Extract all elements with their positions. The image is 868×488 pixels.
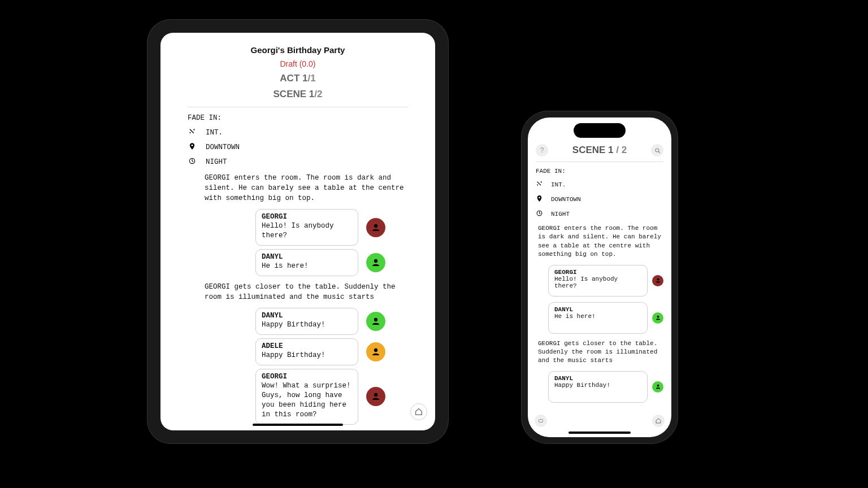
dialogue-text: He is here!	[262, 262, 352, 271]
dialogue-row[interactable]: GEORGI Hello! Is anybody there?	[255, 209, 408, 246]
clock-icon	[188, 157, 197, 167]
script-title: Georgi's Birthday Party	[188, 45, 408, 55]
help-button[interactable]: ?	[536, 144, 548, 156]
dialogue-bubble[interactable]: DANYL He is here!	[548, 302, 648, 334]
dialogue-text: Happy Birthday!	[554, 382, 641, 389]
time-value: NIGHT	[206, 158, 227, 166]
scene-time-row[interactable]: NIGHT	[188, 157, 408, 167]
action-block[interactable]: GEORGI enters the room. The room is dark…	[538, 224, 661, 259]
dynamic-island	[574, 123, 626, 138]
character-avatar[interactable]	[652, 381, 663, 393]
dialogue-bubble[interactable]: DANYL Happy Birthday!	[548, 371, 648, 403]
bottom-left-button[interactable]	[535, 415, 547, 427]
tablet-screen: Georgi's Birthday Party Draft (0.0) ACT …	[160, 33, 435, 430]
act-total: /1	[307, 73, 315, 84]
action-block[interactable]: GEORGI gets closer to the table. Suddenl…	[538, 339, 661, 365]
int-ext-value: INT.	[206, 129, 223, 137]
dialogue-text: Wow! What a surprise! Guys, how long hav…	[262, 381, 352, 420]
search-icon	[654, 147, 661, 154]
scene-location-row[interactable]: DOWNTOWN	[536, 195, 663, 204]
dialogue-bubble[interactable]: GEORGI Wow! What a surprise! Guys, how l…	[255, 369, 358, 425]
speaker-name: DANYL	[262, 312, 352, 320]
scene-location-row[interactable]: DOWNTOWN	[188, 142, 408, 152]
phone-device-frame: ? SCENE 1 / 2 FADE IN: INT. DOWNTOWN NIG…	[521, 111, 678, 444]
dialogue-row[interactable]: DANYL He is here!	[255, 249, 408, 276]
character-avatar[interactable]	[652, 312, 663, 324]
speaker-name: GEORGI	[554, 269, 641, 276]
person-icon	[371, 391, 381, 402]
dialogue-row[interactable]: DANYL Happy Birthday!	[548, 371, 663, 403]
home-indicator	[253, 424, 343, 426]
dialogue-row[interactable]: GEORGI Wow! What a surprise! Guys, how l…	[255, 369, 408, 425]
scene-int-ext-row[interactable]: INT.	[536, 180, 663, 189]
header-divider	[188, 107, 408, 107]
search-button[interactable]	[651, 144, 663, 156]
home-icon	[414, 407, 423, 416]
speaker-name: DANYL	[554, 375, 641, 382]
home-button[interactable]	[652, 415, 665, 427]
character-avatar[interactable]	[366, 253, 385, 272]
speaker-name: GEORGI	[262, 373, 352, 381]
dialogue-bubble[interactable]: DANYL Happy Birthday!	[255, 308, 358, 335]
speaker-name: DANYL	[554, 306, 641, 313]
dialogue-bubble[interactable]: GEORGI Hello! Is anybody there?	[255, 209, 358, 246]
dialogue-row[interactable]: DANYL He is here!	[548, 302, 663, 334]
person-icon	[371, 316, 381, 326]
character-avatar[interactable]	[366, 218, 385, 237]
person-icon	[371, 223, 381, 233]
fade-in-label: FADE IN:	[188, 114, 408, 122]
svg-rect-5	[539, 420, 543, 422]
dialogue-row[interactable]: DANYL Happy Birthday!	[255, 308, 408, 335]
location-value: DOWNTOWN	[206, 143, 240, 151]
action-block[interactable]: GEORGI enters the room. The room is dark…	[205, 173, 408, 203]
speaker-name: GEORGI	[262, 213, 352, 221]
person-icon	[655, 315, 661, 321]
person-icon	[655, 384, 661, 390]
speaker-name: DANYL	[262, 253, 352, 261]
dialogue-text: Happy Birthday!	[262, 351, 352, 360]
int-ext-icon	[188, 128, 197, 138]
scene-total: / 2	[614, 145, 627, 155]
layout-icon	[537, 417, 544, 424]
character-avatar[interactable]	[652, 275, 663, 286]
scene-current: SCENE 1	[274, 89, 315, 99]
action-block[interactable]: GEORGI gets closer to the table. Suddenl…	[205, 282, 408, 302]
scene-indicator[interactable]: SCENE 1/2	[188, 89, 408, 100]
dialogue-bubble[interactable]: DANYL He is here!	[255, 249, 358, 276]
clock-icon	[536, 210, 543, 219]
dialogue-bubble[interactable]: ADELE Happy Birthday!	[255, 338, 358, 365]
person-icon	[371, 258, 381, 268]
draft-label[interactable]: Draft (0.0)	[188, 59, 408, 68]
scene-current: SCENE 1	[572, 145, 614, 155]
location-pin-icon	[188, 142, 197, 152]
action-block[interactable]: After the cake, the three decide to go o…	[205, 430, 408, 431]
dialogue-text: Happy Birthday!	[262, 320, 352, 330]
dialogue-row[interactable]: GEORGI Hello! Is anybody there?	[548, 265, 663, 297]
dialogue-text: Hello! Is anybody there?	[262, 221, 352, 241]
character-avatar[interactable]	[366, 312, 385, 331]
time-value: NIGHT	[551, 211, 570, 217]
scene-int-ext-row[interactable]: INT.	[188, 128, 408, 138]
location-value: DOWNTOWN	[551, 196, 581, 203]
scene-indicator[interactable]: SCENE 1 / 2	[572, 145, 627, 156]
int-ext-value: INT.	[551, 181, 566, 188]
home-indicator	[568, 432, 631, 434]
dialogue-text: He is here!	[554, 313, 641, 320]
phone-header: ? SCENE 1 / 2	[536, 142, 663, 158]
header-divider	[536, 162, 663, 162]
scene-total: /2	[314, 89, 322, 99]
tablet-device-frame: Georgi's Birthday Party Draft (0.0) ACT …	[147, 19, 449, 444]
character-avatar[interactable]	[366, 342, 385, 361]
dialogue-bubble[interactable]: GEORGI Hello! Is anybody there?	[548, 265, 648, 297]
person-icon	[655, 277, 661, 284]
int-ext-icon	[536, 180, 543, 189]
scene-time-row[interactable]: NIGHT	[536, 210, 663, 219]
act-indicator[interactable]: ACT 1/1	[188, 73, 408, 84]
home-icon	[655, 417, 662, 424]
character-avatar[interactable]	[366, 387, 385, 406]
dialogue-text: Hello! Is anybody there?	[554, 276, 641, 289]
dialogue-row[interactable]: ADELE Happy Birthday!	[255, 338, 408, 365]
speaker-name: ADELE	[262, 342, 352, 350]
home-button[interactable]	[410, 403, 427, 420]
location-pin-icon	[536, 195, 543, 204]
